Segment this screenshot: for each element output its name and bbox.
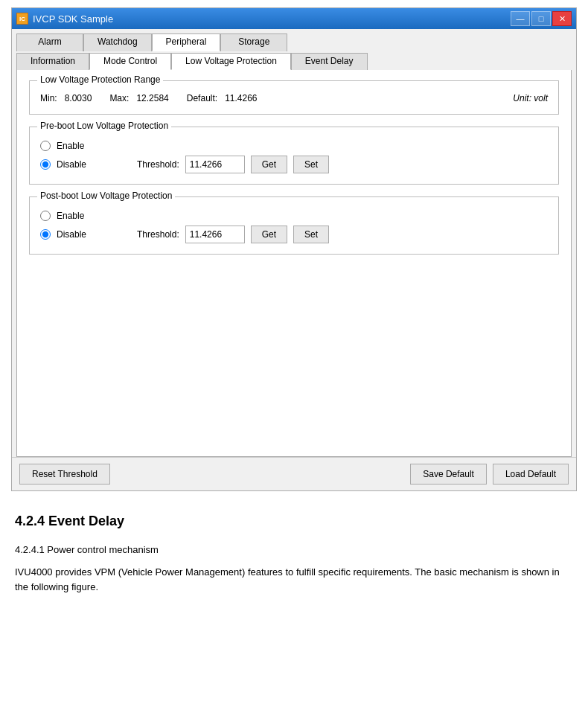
preboot-radio-group: Enable Disable Threshold: Get Set [40, 141, 548, 173]
titlebar: IC IVCP SDK Sample — □ ✕ [12, 8, 576, 29]
window-title: IVCP SDK Sample [33, 13, 113, 25]
tab-event-delay[interactable]: Event Delay [291, 53, 368, 71]
tab-row-1: Alarm Watchdog Peripheral Storage [16, 33, 572, 51]
tab-peripheral[interactable]: Peripheral [152, 33, 221, 51]
postboot-disable-label: Disable [57, 229, 86, 240]
app-window: IC IVCP SDK Sample — □ ✕ Alarm Watchdog … [11, 7, 577, 491]
max-label: Max: [109, 93, 129, 103]
maximize-button[interactable]: □ [531, 11, 551, 26]
postboot-set-button[interactable]: Set [293, 226, 329, 243]
close-button[interactable]: ✕ [552, 11, 572, 26]
tab-low-voltage[interactable]: Low Voltage Protection [171, 53, 291, 71]
range-group: Low Voltage Protection Range Min: 8.0030… [29, 80, 559, 115]
preboot-disable-label: Disable [57, 159, 86, 170]
postboot-threshold-input[interactable] [185, 226, 245, 243]
postboot-enable-row: Enable [40, 211, 548, 221]
tab-watchdog[interactable]: Watchdog [83, 33, 152, 51]
minimize-button[interactable]: — [511, 11, 530, 26]
preboot-set-button[interactable]: Set [293, 156, 329, 173]
range-row: Min: 8.0030 Max: 12.2584 Default: 11.426… [40, 93, 548, 103]
tab-mode-control[interactable]: Mode Control [89, 53, 171, 71]
subsection-title: 4.2.4.1 Power control mechanism [15, 543, 573, 557]
postboot-group-label: Post-boot Low Voltage Protection [37, 191, 175, 201]
main-content: Low Voltage Protection Range Min: 8.0030… [16, 70, 572, 457]
preboot-threshold-label: Threshold: [137, 159, 179, 170]
preboot-group-label: Pre-boot Low Voltage Protection [37, 121, 171, 131]
tab-alarm[interactable]: Alarm [16, 33, 83, 51]
unit-text: Unit: volt [513, 93, 548, 103]
preboot-enable-radio[interactable] [40, 141, 51, 151]
app-icon: IC [16, 13, 28, 25]
section-title: 4.2.4 Event Delay [15, 514, 573, 529]
tab-row-2: Information Mode Control Low Voltage Pro… [16, 53, 572, 71]
load-default-button[interactable]: Load Default [493, 464, 569, 485]
postboot-enable-radio[interactable] [40, 211, 51, 221]
reset-threshold-button[interactable]: Reset Threshold [19, 464, 110, 485]
titlebar-controls: — □ ✕ [511, 11, 572, 26]
range-group-label: Low Voltage Protection Range [37, 74, 163, 85]
tab-information[interactable]: Information [16, 53, 89, 71]
postboot-enable-label: Enable [57, 211, 84, 221]
preboot-disable-radio[interactable] [40, 159, 51, 170]
preboot-disable-row: Disable Threshold: Get Set [40, 156, 548, 173]
bottom-bar: Reset Threshold Save Default Load Defaul… [12, 457, 576, 490]
preboot-threshold-input[interactable] [185, 156, 245, 173]
preboot-enable-label: Enable [57, 141, 84, 151]
default-value: 11.4266 [225, 93, 257, 103]
postboot-radio-group: Enable Disable Threshold: Get Set [40, 211, 548, 243]
tab-area: Alarm Watchdog Peripheral Storage Inform… [12, 29, 576, 70]
postboot-disable-radio[interactable] [40, 229, 51, 240]
default-label: Default: [187, 93, 217, 103]
preboot-group: Pre-boot Low Voltage Protection Enable D… [29, 127, 559, 185]
doc-section: 4.2.4 Event Delay 4.2.4.1 Power control … [0, 499, 588, 595]
postboot-threshold-label: Threshold: [137, 229, 179, 240]
save-default-button[interactable]: Save Default [410, 464, 487, 485]
tab-storage[interactable]: Storage [220, 33, 287, 51]
min-label: Min: [40, 93, 57, 103]
min-value: 8.0030 [65, 93, 92, 103]
preboot-get-button[interactable]: Get [251, 156, 287, 173]
doc-paragraph: IVU4000 provides VPM (Vehicle Power Mana… [15, 565, 573, 595]
postboot-get-button[interactable]: Get [251, 226, 287, 243]
max-value: 12.2584 [136, 93, 168, 103]
titlebar-left: IC IVCP SDK Sample [16, 13, 113, 25]
postboot-disable-row: Disable Threshold: Get Set [40, 226, 548, 243]
preboot-enable-row: Enable [40, 141, 548, 151]
postboot-group: Post-boot Low Voltage Protection Enable … [29, 196, 559, 255]
